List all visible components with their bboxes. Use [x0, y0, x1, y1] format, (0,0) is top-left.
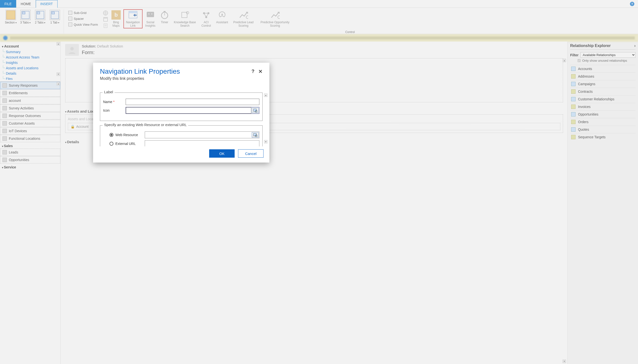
radio-external-url[interactable]: [110, 142, 113, 146]
dialog-help-icon[interactable]: ?: [252, 68, 254, 74]
ribbon-social-insights-button[interactable]: Social Insights: [143, 9, 158, 28]
tree-item-files[interactable]: Files: [2, 76, 60, 81]
tab-file[interactable]: FILE: [0, 0, 17, 8]
nav-item-opportunities[interactable]: Opportunities: [0, 156, 60, 164]
ribbon-predictive-lead-button[interactable]: Predictive Lead Scoring: [231, 9, 256, 28]
rel-item-campaigns[interactable]: Campaigns: [570, 80, 635, 88]
web-resource-lookup-button[interactable]: [252, 132, 259, 138]
tree-item-summary[interactable]: Summary: [2, 49, 60, 54]
ribbon-kbsearch-button[interactable]: Knowledge Base Search: [171, 9, 198, 28]
rel-item-sequence-targets[interactable]: Sequence Targets: [570, 133, 635, 141]
name-input[interactable]: [126, 99, 259, 105]
svg-rect-11: [129, 11, 137, 13]
svg-point-25: [278, 16, 280, 18]
ribbon-subgrid-button[interactable]: Sub-Grid: [66, 10, 100, 16]
svg-rect-5: [104, 24, 107, 28]
help-icon[interactable]: ?: [626, 0, 638, 8]
nav-item-leads[interactable]: Leads: [0, 148, 60, 156]
external-url-input[interactable]: [145, 140, 259, 146]
rel-item-customer-relationships[interactable]: Customer Relationships: [570, 95, 635, 103]
tab-insert[interactable]: INSERT: [36, 0, 58, 8]
dialog-title: Navigation Link Properties: [100, 68, 252, 76]
nav-item-functional-locations[interactable]: Functional Locations: [0, 135, 60, 142]
svg-rect-12: [147, 12, 154, 17]
svg-text:?: ?: [631, 2, 633, 6]
tree-item-details[interactable]: Details: [2, 71, 60, 76]
ribbon-2tabs-button[interactable]: 2 Tabs: [33, 9, 48, 24]
svg-rect-27: [254, 109, 256, 112]
dialog-scroll-down[interactable]: ▾: [264, 140, 267, 144]
notes-icon: [103, 23, 108, 28]
tab-home[interactable]: HOME: [17, 0, 36, 8]
nav-item-response-outcomes[interactable]: Response Outcomes: [0, 112, 60, 120]
tree-item-assets-locations[interactable]: Assets and Locations: [2, 65, 60, 71]
dialog-subtitle: Modify this link properties: [100, 76, 252, 81]
nav-item-iot-devices[interactable]: IoT Devices: [0, 127, 60, 135]
web-resource-input[interactable]: [145, 132, 251, 138]
icon-lookup-button[interactable]: [252, 108, 259, 113]
name-label: Name *: [103, 100, 123, 104]
nav-item-account[interactable]: account: [0, 97, 60, 104]
navigation-link-properties-dialog: Navigation Link Properties Modify this l…: [93, 63, 269, 162]
cancel-button[interactable]: Cancel: [238, 149, 264, 158]
svg-point-19: [186, 12, 189, 14]
tree-item-insights[interactable]: Insights: [2, 60, 60, 65]
rel-item-invoices[interactable]: Invoices: [570, 103, 635, 110]
form-label: Form:: [82, 50, 123, 55]
left-panel: ▴ ▾ Account Summary Account Access Team …: [0, 42, 61, 364]
nav-group-sales[interactable]: Sales: [0, 142, 61, 148]
lock-icon: 🔒: [71, 124, 75, 128]
expand-icon[interactable]: ›: [634, 44, 635, 48]
solution-label: Solution: Default Solution: [82, 44, 123, 48]
entity-avatar-placeholder: [65, 44, 79, 56]
fieldset-target: Specify an existing Web Resource or exte…: [100, 125, 263, 146]
nav-item-entitlements[interactable]: Entitlements: [0, 89, 60, 97]
dialog-scroll-up[interactable]: ▴: [264, 94, 267, 97]
svg-point-26: [70, 47, 74, 50]
rel-item-accounts[interactable]: Accounts: [570, 65, 635, 72]
ribbon-section-button[interactable]: Section: [4, 9, 18, 24]
nav-group-service[interactable]: Service: [0, 164, 61, 170]
canvas-scroll-down[interactable]: ▾: [562, 360, 566, 363]
tree-root-account[interactable]: Account: [2, 43, 60, 49]
fieldset-label: Label Name * Icon: [100, 92, 263, 121]
ribbon-spacer-button[interactable]: Spacer: [66, 16, 100, 22]
tree-item-account-access-team[interactable]: Account Access Team: [2, 54, 60, 60]
ribbon-assistant-button[interactable]: Assistant: [214, 9, 230, 25]
ribbon-quickview-button[interactable]: Quick View Form: [66, 22, 100, 28]
nav-item-survey-responses[interactable]: Survey Responses: [0, 82, 60, 89]
radio-web-resource[interactable]: [110, 133, 113, 137]
iframe-icon: [103, 17, 108, 22]
ribbon-1tab-button[interactable]: 1 Tab: [48, 9, 62, 24]
nav-item-customer-assets[interactable]: Customer Assets: [0, 120, 60, 127]
relationship-explorer-panel: Relationship Explorer› Filter Available …: [567, 42, 638, 364]
svg-point-14: [151, 14, 152, 14]
svg-rect-4: [104, 18, 108, 18]
dialog-close-icon[interactable]: ✕: [258, 68, 263, 74]
filter-select[interactable]: Available Relationships: [580, 52, 635, 58]
icon-input[interactable]: [126, 107, 251, 114]
ribbon-group-label: Control: [65, 29, 634, 34]
rel-item-quotes[interactable]: Quotes: [570, 126, 635, 133]
svg-point-24: [246, 16, 248, 18]
notification-bar: [0, 34, 638, 42]
only-unused-checkbox[interactable]: [577, 59, 581, 62]
ribbon-predictive-opportunity-button[interactable]: Predictive Opportunity Scoring: [257, 9, 293, 28]
ribbon-3tabs-button[interactable]: 3 Tabs: [18, 9, 33, 24]
rel-item-contracts[interactable]: Contracts: [570, 88, 635, 95]
ribbon-timer-button[interactable]: Timer: [158, 9, 171, 25]
rel-item-opportunities[interactable]: Opportunities: [570, 110, 635, 118]
ribbon-bingmaps-button[interactable]: b Bing Maps: [109, 9, 123, 28]
radio-external-url-label: External URL: [115, 142, 143, 146]
ok-button[interactable]: OK: [209, 149, 235, 158]
rel-item-orders[interactable]: Orders: [570, 118, 635, 126]
only-unused-label: Only show unused relationships: [582, 59, 627, 62]
rel-item-addresses[interactable]: Addresses: [570, 72, 635, 80]
ribbon-aci-button[interactable]: ACI Control: [199, 9, 214, 28]
nav-item-survey-activities[interactable]: Survey Activities: [0, 104, 60, 112]
ribbon: Section 3 Tabs 2 Tabs 1 Tab Sub-Grid Spa…: [0, 8, 638, 34]
tree-scroll-up[interactable]: ▴: [57, 42, 60, 46]
ribbon-navigation-link-button[interactable]: Navigation Link: [124, 9, 143, 28]
canvas-scroll-up[interactable]: ▴: [562, 59, 566, 62]
nav-scroll-up[interactable]: ▴: [57, 82, 60, 86]
